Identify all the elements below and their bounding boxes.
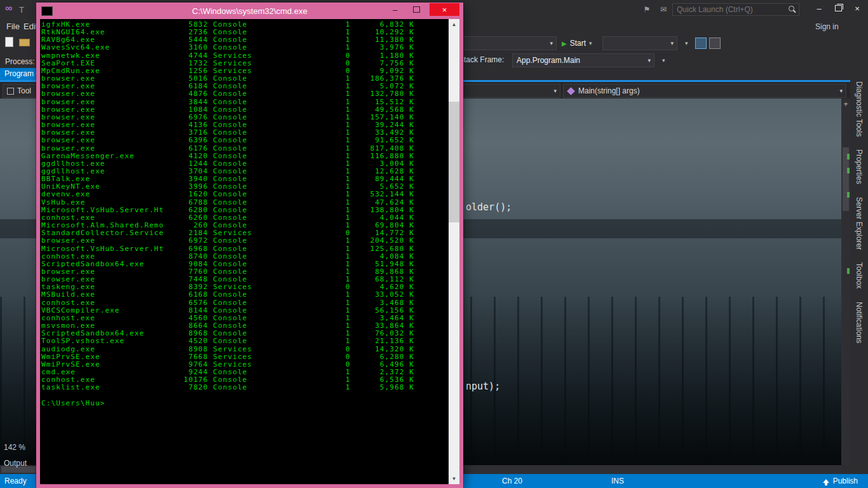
- zoom-level-control[interactable]: 142 %: [4, 443, 25, 452]
- start-icon: ▶: [562, 40, 567, 47]
- new-file-icon[interactable]: [5, 37, 13, 47]
- chevron-down-icon[interactable]: ▾: [662, 57, 665, 64]
- search-icon[interactable]: [787, 4, 797, 15]
- member-name: Main(string[] args): [578, 86, 640, 95]
- tab-program[interactable]: Program: [0, 68, 36, 80]
- chevron-down-icon: ▾: [644, 57, 654, 64]
- scroll-down-icon[interactable]: ▼: [449, 473, 459, 484]
- quick-launch-box: [672, 3, 799, 16]
- vs-close-button[interactable]: ×: [848, 0, 867, 17]
- toolbar-overflow-icon[interactable]: ▾: [685, 40, 688, 46]
- member-combo[interactable]: Main(string[] args) ▾: [563, 84, 846, 98]
- chevron-down-icon: ▾: [836, 88, 846, 94]
- console-scrollbar[interactable]: ▲ ▼: [449, 19, 459, 484]
- start-label: Start: [570, 39, 586, 48]
- project-name: Tool: [17, 86, 31, 95]
- status-ch: Ch 20: [502, 477, 522, 485]
- side-tab-toolbox[interactable]: Toolbox: [855, 262, 864, 288]
- process-label: Process:: [5, 57, 35, 66]
- cmd-icon: [41, 6, 53, 16]
- cmd-minimize-button[interactable]: –: [386, 3, 403, 16]
- scrollbar-thumb[interactable]: [449, 102, 459, 222]
- editor-vertical-scrollbar[interactable]: +: [841, 98, 850, 465]
- start-debug-button[interactable]: ▶ Start ▾: [562, 36, 592, 50]
- vs-restore-button[interactable]: [829, 0, 848, 17]
- change-mark: [847, 168, 850, 173]
- feedback-icon[interactable]: ✉: [657, 4, 670, 15]
- flag-icon[interactable]: ⚑: [641, 4, 653, 15]
- minimize-icon: –: [817, 4, 821, 13]
- chevron-down-icon: ▾: [550, 88, 560, 94]
- tab-output[interactable]: Output: [4, 459, 27, 468]
- publish-button[interactable]: Publish: [823, 477, 858, 485]
- side-tab-server-explorer[interactable]: Server Explorer: [855, 197, 864, 250]
- vs-window-title: T: [19, 5, 24, 15]
- cmd-window: C:\Windows\system32\cmd.exe – × igfxHK.e…: [36, 3, 463, 488]
- chevron-down-icon: ▾: [667, 40, 677, 46]
- menu-file[interactable]: File: [6, 22, 20, 31]
- code-line: older();: [466, 201, 512, 213]
- chevron-down-icon: ▾: [546, 40, 556, 46]
- close-icon: ×: [442, 5, 447, 15]
- grid-icon[interactable]: [695, 37, 707, 49]
- sign-in-link[interactable]: Sign in: [815, 22, 839, 31]
- change-mark: [847, 268, 850, 274]
- vs-minimize-button[interactable]: –: [810, 0, 829, 17]
- stack-frame-value: App.Program.Main: [513, 56, 580, 65]
- list-icon[interactable]: [709, 37, 721, 49]
- close-icon: ×: [855, 4, 860, 13]
- publish-arrow-icon: [823, 479, 829, 483]
- stack-frame-label: Stack Frame:: [459, 55, 504, 64]
- cmd-maximize-button[interactable]: [408, 3, 425, 16]
- side-tab-notifications[interactable]: Notifications: [855, 302, 864, 343]
- publish-label: Publish: [833, 477, 858, 485]
- status-ready: Ready: [4, 477, 27, 485]
- scroll-up-icon[interactable]: ▲: [449, 19, 459, 30]
- project-icon: [7, 88, 14, 95]
- side-tab-diagnostic-tools[interactable]: Diagnostic Tools: [855, 81, 864, 137]
- code-line: nput);: [466, 381, 500, 392]
- method-icon: [567, 87, 575, 95]
- visual-studio-logo-icon: ∞: [5, 3, 12, 14]
- minimize-icon: –: [393, 5, 397, 15]
- maximize-icon: [413, 6, 420, 13]
- quick-launch-input[interactable]: [673, 5, 787, 14]
- restore-icon: [835, 5, 842, 11]
- status-ins: INS: [611, 477, 624, 485]
- screen: ∞ T ⚑ ✉ – × File Edit Sign in ▾ ▶ Start …: [0, 0, 868, 488]
- change-mark: [847, 192, 850, 198]
- chevron-down-icon: ▾: [589, 40, 592, 46]
- stack-frame-combo[interactable]: App.Program.Main ▾: [512, 53, 654, 67]
- splitter-plus-icon[interactable]: +: [841, 98, 850, 110]
- toolbar-combo[interactable]: ▾: [602, 36, 677, 50]
- right-tab-strip: Diagnostic Tools Properties Server Explo…: [850, 19, 868, 474]
- side-tab-properties[interactable]: Properties: [855, 149, 864, 184]
- change-mark: [847, 154, 850, 159]
- cmd-close-button[interactable]: ×: [430, 3, 459, 16]
- open-folder-icon[interactable]: [19, 39, 30, 46]
- console-area[interactable]: igfxHK.exe 5832 Console 1 6,832 K RtkNGU…: [40, 19, 459, 484]
- console-output: igfxHK.exe 5832 Console 1 6,832 K RtkNGU…: [41, 21, 414, 407]
- cmd-titlebar[interactable]: C:\Windows\system32\cmd.exe – ×: [36, 3, 463, 19]
